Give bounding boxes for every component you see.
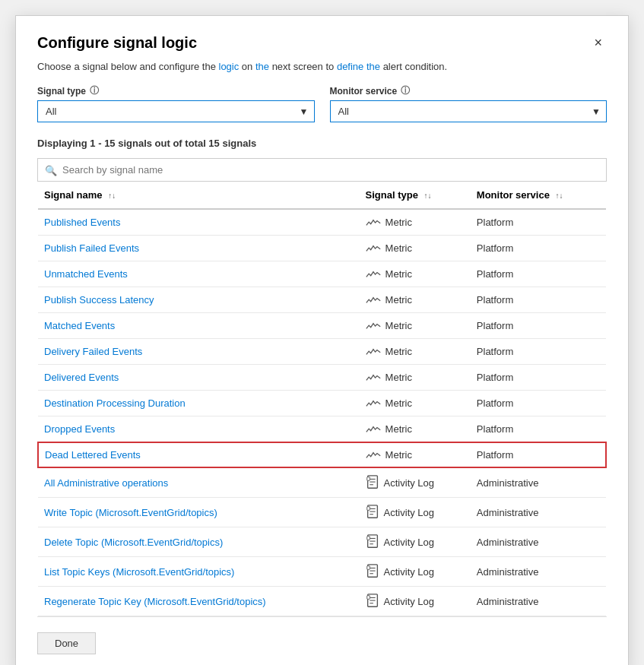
signal-name-link[interactable]: Delete Topic (Microsoft.EventGrid/topics…	[44, 537, 223, 548]
monitor-service-cell: Platform	[471, 313, 606, 339]
table-row[interactable]: Delete Topic (Microsoft.EventGrid/topics…	[38, 527, 606, 557]
metric-icon	[366, 217, 381, 228]
signal-type-text: Metric	[385, 397, 412, 409]
monitor-service-cell: Platform	[471, 365, 606, 391]
table-row[interactable]: Dropped Events MetricPlatform	[38, 416, 606, 443]
signal-name-link[interactable]: List Topic Keys (Microsoft.EventGrid/top…	[44, 566, 234, 578]
signal-name-link[interactable]: Publish Failed Events	[44, 242, 139, 254]
monitor-service-cell: Administrative	[471, 587, 606, 616]
monitor-service-select-wrapper: All Platform Administrative ▼	[330, 100, 608, 122]
monitor-service-cell: Platform	[471, 391, 606, 416]
monitor-service-cell: Administrative	[471, 557, 606, 587]
close-button[interactable]: ×	[589, 34, 607, 51]
display-count: Displaying 1 - 15 signals out of total 1…	[37, 138, 607, 149]
signal-name-cell: Unmatched Events	[38, 261, 360, 287]
table-row[interactable]: Publish Success Latency MetricPlatform	[38, 287, 606, 313]
signal-type-cell: Activity Log	[360, 587, 471, 616]
signal-name-link[interactable]: Delivered Events	[44, 372, 119, 383]
monitor-service-cell: Platform	[471, 416, 606, 443]
signal-type-cell: Activity Log	[360, 527, 471, 557]
signal-name-link[interactable]: All Administrative operations	[44, 477, 168, 489]
signal-type-cell: Metric	[360, 261, 471, 287]
signal-name-cell: Destination Processing Duration	[38, 391, 360, 416]
signal-name-link[interactable]: Published Events	[44, 217, 120, 228]
monitor-service-cell: Platform	[471, 261, 606, 287]
signal-name-sort-icon[interactable]: ↑↓	[108, 192, 116, 200]
col-monitor-service: Monitor service ↑↓	[471, 182, 606, 209]
table-row[interactable]: Destination Processing Duration MetricPl…	[38, 391, 606, 416]
col-signal-name: Signal name ↑↓	[38, 182, 360, 209]
signal-type-text: Metric	[385, 294, 412, 306]
signal-type-text: Activity Log	[384, 566, 434, 578]
signal-type-cell: Metric	[360, 236, 471, 261]
search-icon: 🔍	[45, 164, 57, 176]
signal-name-link[interactable]: Destination Processing Duration	[44, 397, 186, 409]
table-row[interactable]: Published Events MetricPlatform	[38, 209, 606, 236]
metric-icon	[366, 321, 381, 331]
table-row[interactable]: Delivered Events MetricPlatform	[38, 365, 606, 391]
table-row[interactable]: List Topic Keys (Microsoft.EventGrid/top…	[38, 557, 606, 587]
signal-type-text: Metric	[385, 372, 412, 383]
metric-icon	[366, 269, 381, 280]
table-row[interactable]: Unmatched Events MetricPlatform	[38, 261, 606, 287]
signal-type-text: Metric	[385, 242, 412, 254]
signal-name-link[interactable]: Publish Success Latency	[44, 294, 154, 306]
signal-name-cell: Publish Success Latency	[38, 287, 360, 313]
monitor-service-select[interactable]: All Platform Administrative	[330, 100, 608, 122]
signal-type-select[interactable]: All Metric Activity Log	[37, 100, 315, 122]
table-row[interactable]: Regenerate Topic Key (Microsoft.EventGri…	[38, 587, 606, 616]
signal-name-link[interactable]: Dead Lettered Events	[45, 449, 141, 461]
signal-name-link[interactable]: Dropped Events	[44, 423, 115, 435]
signal-type-text: Metric	[385, 423, 412, 435]
signal-name-cell: Delete Topic (Microsoft.EventGrid/topics…	[38, 527, 360, 557]
monitor-service-label: Monitor service ⓘ	[330, 84, 608, 97]
dialog-footer: Done	[37, 616, 607, 654]
signal-type-cell: Activity Log	[360, 498, 471, 527]
form-row: Signal type ⓘ All Metric Activity Log ▼ …	[37, 84, 607, 122]
signal-type-cell: Metric	[360, 442, 471, 467]
done-button[interactable]: Done	[37, 632, 96, 654]
svg-rect-9	[366, 507, 370, 511]
signal-type-cell: Metric	[360, 287, 471, 313]
metric-icon	[366, 450, 381, 461]
metric-icon	[366, 295, 381, 306]
monitor-service-info-icon[interactable]: ⓘ	[401, 84, 410, 97]
table-row[interactable]: Matched Events MetricPlatform	[38, 313, 606, 339]
signal-type-sort-icon[interactable]: ↑↓	[424, 192, 432, 200]
signal-name-link[interactable]: Write Topic (Microsoft.EventGrid/topics)	[44, 507, 217, 518]
activity-log-icon	[366, 564, 379, 579]
search-input[interactable]	[37, 158, 607, 182]
signal-name-cell: Published Events	[38, 209, 360, 236]
signal-type-info-icon[interactable]: ⓘ	[90, 84, 99, 97]
monitor-service-cell: Administrative	[471, 527, 606, 557]
table-row[interactable]: All Administrative operations Activity L…	[38, 467, 606, 498]
signal-name-link[interactable]: Matched Events	[44, 320, 115, 331]
signal-type-text: Metric	[385, 449, 412, 461]
dialog-header: Configure signal logic ×	[37, 34, 607, 52]
signal-name-cell: Matched Events	[38, 313, 360, 339]
monitor-service-cell: Administrative	[471, 467, 606, 498]
monitor-service-cell: Platform	[471, 236, 606, 261]
signal-type-cell: Metric	[360, 416, 471, 443]
monitor-service-sort-icon[interactable]: ↑↓	[556, 192, 563, 200]
table-row[interactable]: Publish Failed Events MetricPlatform	[38, 236, 606, 261]
monitor-service-cell: Platform	[471, 442, 606, 467]
monitor-service-cell: Platform	[471, 209, 606, 236]
signal-name-link[interactable]: Unmatched Events	[44, 268, 128, 280]
table-row[interactable]: Dead Lettered Events MetricPlatform	[38, 442, 606, 467]
signals-table: Signal name ↑↓ Signal type ↑↓ Monitor se…	[37, 182, 607, 616]
monitor-service-cell: Platform	[471, 339, 606, 365]
signal-type-text: Metric	[385, 217, 412, 228]
svg-rect-4	[366, 477, 370, 481]
signal-name-link[interactable]: Delivery Failed Events	[44, 346, 142, 357]
signal-name-cell: Publish Failed Events	[38, 236, 360, 261]
table-row[interactable]: Delivery Failed Events MetricPlatform	[38, 339, 606, 365]
table-row[interactable]: Write Topic (Microsoft.EventGrid/topics)…	[38, 498, 606, 527]
signal-name-link[interactable]: Regenerate Topic Key (Microsoft.EventGri…	[44, 596, 266, 607]
col-signal-type: Signal type ↑↓	[360, 182, 471, 209]
signal-type-cell: Metric	[360, 391, 471, 416]
configure-signal-dialog: Configure signal logic × Choose a signal…	[15, 15, 629, 665]
activity-log-icon	[366, 594, 379, 609]
signal-type-select-wrapper: All Metric Activity Log ▼	[37, 100, 315, 122]
signal-type-text: Activity Log	[384, 537, 434, 548]
